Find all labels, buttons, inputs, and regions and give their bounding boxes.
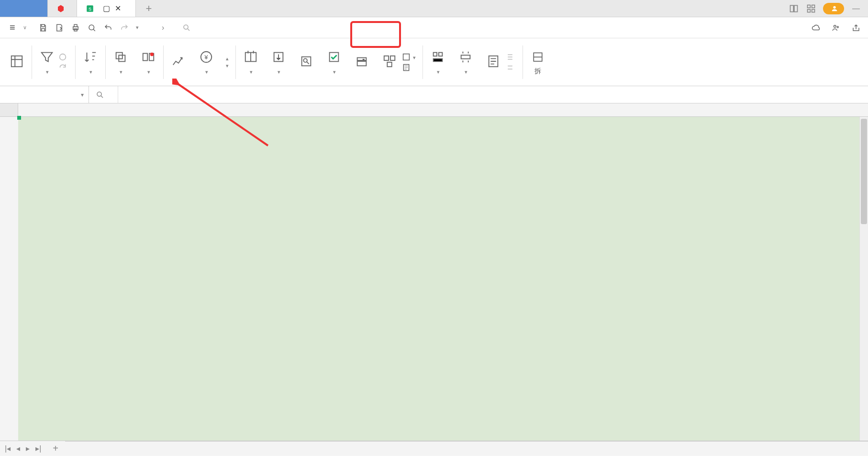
tab-home[interactable]	[0, 0, 48, 17]
expand-icon	[506, 53, 514, 61]
menu-more-icon[interactable]: ›	[158, 23, 168, 32]
selection-box	[18, 117, 20, 119]
fill-handle[interactable]	[17, 116, 21, 120]
search-icon	[182, 23, 191, 32]
print-icon[interactable]	[71, 23, 80, 33]
scroll-thumb[interactable]	[861, 119, 867, 224]
formula-input[interactable]	[118, 86, 868, 103]
svg-point-12	[89, 25, 94, 30]
save-icon[interactable]	[38, 23, 48, 33]
menubar: ∨ ▾ ›	[0, 17, 868, 38]
redo-icon[interactable]	[120, 23, 129, 33]
dropdown-list-icon	[354, 53, 370, 69]
svg-rect-33	[387, 62, 391, 66]
svg-rect-36	[434, 53, 437, 57]
svg-point-14	[834, 25, 836, 27]
row-headers	[0, 117, 18, 441]
svg-rect-37	[439, 53, 443, 57]
share-button[interactable]	[852, 23, 862, 32]
people-icon	[832, 23, 840, 32]
ribbon-duplicates[interactable]	[112, 49, 129, 75]
sort-icon	[82, 49, 99, 65]
subtotal-icon	[485, 53, 501, 69]
more-down-icon[interactable]: ▾	[226, 63, 229, 69]
name-box[interactable]	[0, 86, 89, 103]
ribbon-fill[interactable]	[270, 49, 287, 75]
login-button[interactable]	[823, 3, 844, 14]
layout-icon[interactable]	[789, 3, 799, 14]
unsync-button[interactable]	[812, 23, 822, 32]
fund-icon: ¥	[198, 49, 214, 65]
formula-bar	[0, 86, 868, 103]
svg-rect-29	[357, 57, 367, 60]
svg-rect-5	[812, 5, 815, 8]
horizontal-scrollbar[interactable]	[65, 441, 868, 456]
file-menu[interactable]: ∨	[6, 22, 31, 33]
ribbon-sort[interactable]	[82, 49, 99, 75]
ribbon-whatif[interactable]	[402, 52, 416, 62]
select-all-corner[interactable]	[0, 103, 18, 116]
search-box[interactable]	[182, 23, 194, 32]
add-sheet-button[interactable]: +	[46, 441, 65, 456]
spreadsheet-icon: S	[86, 4, 94, 13]
svg-rect-7	[812, 9, 815, 12]
svg-rect-19	[143, 54, 147, 61]
filter-icon	[39, 49, 55, 65]
ribbon-fund[interactable]: ¥	[198, 49, 214, 75]
ribbon-subtotal[interactable]	[485, 53, 501, 71]
save-as-icon[interactable]	[55, 23, 64, 33]
preview-icon[interactable]	[87, 23, 97, 33]
ribbon-pivot[interactable]	[9, 53, 25, 71]
svg-point-13	[184, 25, 188, 29]
record-icon	[402, 64, 410, 71]
hamburger-icon	[10, 22, 17, 33]
sheet-nav-next[interactable]: ▸	[24, 444, 32, 453]
ribbon-collapse[interactable]	[506, 63, 516, 72]
svg-rect-34	[403, 54, 410, 60]
svg-point-21	[150, 53, 154, 57]
qat-more-icon[interactable]: ▾	[136, 24, 139, 31]
svg-text:S: S	[89, 6, 91, 11]
vertical-scrollbar[interactable]	[859, 117, 868, 441]
ribbon-consolidate[interactable]	[381, 53, 398, 71]
ribbon: ¥ ▴▾ 拆	[0, 38, 868, 86]
more-up-icon[interactable]: ▴	[226, 56, 229, 62]
ribbon-reapply[interactable]	[59, 63, 68, 72]
group-icon	[430, 49, 446, 65]
ribbon-expand[interactable]	[506, 52, 516, 62]
ribbon-record[interactable]	[402, 63, 416, 72]
undo-icon[interactable]	[103, 23, 113, 33]
tab-docer[interactable]	[48, 0, 77, 17]
ribbon-ungroup[interactable]	[457, 49, 474, 75]
tab-close-icon[interactable]: ✕	[115, 4, 121, 13]
quick-access-toolbar: ▾	[33, 23, 144, 33]
sheet-nav-prev[interactable]: ◂	[14, 444, 22, 453]
sheet-nav-last[interactable]: ▸|	[33, 444, 43, 453]
sheet-bar: |◂ ◂ ▸ ▸| +	[0, 441, 868, 456]
ribbon-find-entry[interactable]	[298, 53, 314, 71]
ribbon-dropdown[interactable]	[354, 53, 370, 71]
ribbon-show-all[interactable]	[59, 52, 68, 62]
ribbon-filter[interactable]	[39, 49, 55, 75]
tab-file-active[interactable]: S ▢ ✕	[77, 0, 136, 17]
ribbon-stock[interactable]	[170, 53, 187, 71]
collab-button[interactable]	[832, 23, 842, 32]
zoom-icon[interactable]	[96, 91, 104, 99]
sheet-nav-first[interactable]: |◂	[3, 444, 12, 453]
ribbon-validity[interactable]	[326, 49, 342, 75]
cells-area[interactable]	[18, 117, 868, 441]
tab-restore-icon[interactable]: ▢	[103, 4, 110, 13]
svg-rect-26	[302, 57, 311, 66]
ribbon-split[interactable]	[243, 49, 259, 75]
ribbon-compare[interactable]	[140, 49, 156, 75]
minimize-icon[interactable]: —	[851, 3, 861, 14]
apps-icon[interactable]	[806, 3, 816, 14]
whatif-icon	[402, 53, 410, 61]
svg-rect-31	[384, 56, 389, 60]
new-tab-button[interactable]: +	[136, 0, 162, 17]
stock-icon	[170, 53, 187, 69]
ribbon-more[interactable]: 拆	[530, 49, 546, 76]
ribbon-group[interactable]	[430, 49, 446, 75]
svg-rect-10	[74, 24, 77, 27]
consolidate-icon	[381, 53, 398, 69]
